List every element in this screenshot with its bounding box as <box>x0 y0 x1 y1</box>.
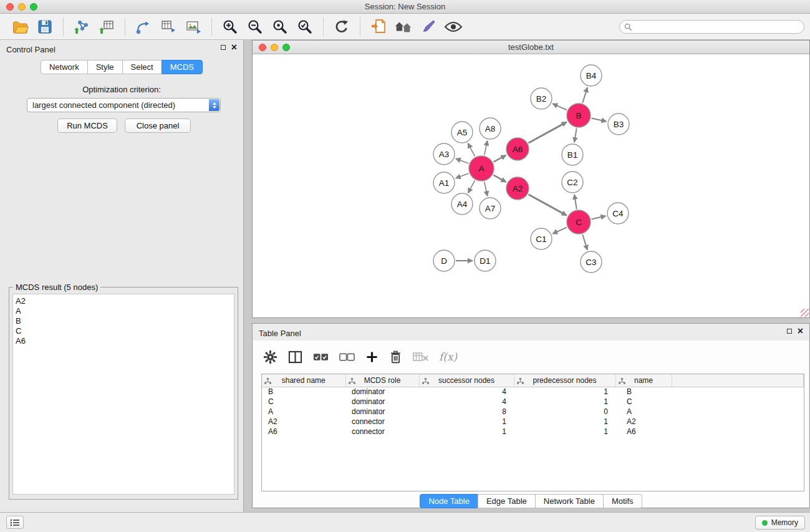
tab-motifs[interactable]: Motifs <box>603 494 642 508</box>
graph-node-C1[interactable]: C1 <box>531 228 552 249</box>
table-settings-button[interactable] <box>263 350 277 364</box>
table-row[interactable]: A2connector11A2 <box>262 417 804 427</box>
result-item[interactable]: C <box>16 326 234 336</box>
table-cell[interactable]: A <box>615 407 672 417</box>
graph-node-D[interactable]: D <box>433 250 455 271</box>
graph-edge-A-A1[interactable] <box>456 173 469 178</box>
table-cell[interactable]: A2 <box>262 417 345 427</box>
graph-edge-A-A2[interactable] <box>493 175 506 182</box>
select-all-button[interactable] <box>313 352 329 362</box>
home-button[interactable] <box>393 16 414 37</box>
graph-edge-A-A3[interactable] <box>456 158 469 163</box>
graph-node-A3[interactable]: A3 <box>433 143 455 165</box>
table-cell[interactable]: B <box>262 387 345 397</box>
search-field[interactable] <box>619 20 804 34</box>
graph-edge-A2-C[interactable] <box>529 195 567 216</box>
table-cell[interactable]: 4 <box>419 387 514 397</box>
graph-edge-B-B3[interactable] <box>592 118 607 122</box>
graph-node-A4[interactable]: A4 <box>451 193 473 215</box>
graph-node-C4[interactable]: C4 <box>607 203 629 224</box>
tab-network-table[interactable]: Network Table <box>535 494 604 508</box>
graph-node-A1[interactable]: A1 <box>433 172 455 193</box>
column-header-name[interactable]: name <box>615 374 672 387</box>
close-panel-icon[interactable]: × <box>231 44 237 51</box>
graph-edge-A-A4[interactable] <box>468 180 475 193</box>
table-cell[interactable]: C <box>262 397 345 407</box>
table-cell[interactable]: connector <box>345 417 419 427</box>
table-cell[interactable]: 1 <box>419 427 514 437</box>
table-cell[interactable]: 4 <box>419 397 514 407</box>
mcds-result-list[interactable]: A2ABCA6 <box>12 294 234 495</box>
tab-network[interactable]: Network <box>41 60 88 74</box>
graph-node-B1[interactable]: B1 <box>562 144 583 165</box>
export-table-button[interactable] <box>158 16 179 37</box>
table-cell[interactable]: connector <box>345 427 419 437</box>
table-cell[interactable]: 1 <box>514 427 615 437</box>
zoom-fit-button[interactable] <box>269 16 291 37</box>
tab-mcds[interactable]: MCDS <box>162 60 203 74</box>
table-cell[interactable]: dominator <box>345 407 419 417</box>
graph-edge-C-C2[interactable] <box>574 195 577 210</box>
result-item[interactable]: A2 <box>16 296 234 306</box>
command-panel-button[interactable] <box>6 516 24 529</box>
refresh-view-button[interactable] <box>331 16 352 37</box>
graph-node-A8[interactable]: A8 <box>480 118 501 139</box>
graph-edge-B-B4[interactable] <box>582 87 587 103</box>
deselect-all-button[interactable] <box>339 352 355 362</box>
close-table-panel-icon[interactable]: × <box>798 327 803 335</box>
zoom-selected-button[interactable] <box>294 16 316 37</box>
tab-edge-table[interactable]: Edge Table <box>478 494 536 508</box>
graph-node-A2[interactable]: A2 <box>506 177 529 200</box>
delete-column-button[interactable] <box>389 350 402 364</box>
graph-edge-A-A6[interactable] <box>493 155 506 162</box>
graph-node-A7[interactable]: A7 <box>480 198 501 219</box>
float-panel-icon[interactable] <box>221 45 226 50</box>
tab-style[interactable]: Style <box>87 60 123 74</box>
run-mcds-button[interactable]: Run MCDS <box>57 118 117 133</box>
zoom-out-button[interactable] <box>244 16 266 37</box>
table-row[interactable]: Cdominator41C <box>262 397 804 407</box>
function-builder-button[interactable]: f(x) <box>439 351 457 363</box>
zoom-in-button[interactable] <box>219 16 241 37</box>
memory-button[interactable]: Memory <box>755 516 805 530</box>
table-cell[interactable]: B <box>615 387 672 397</box>
save-session-button[interactable] <box>34 16 55 37</box>
graph-node-B[interactable]: B <box>567 104 591 127</box>
graph-edge-C-C3[interactable] <box>582 235 587 250</box>
graph-node-B2[interactable]: B2 <box>531 88 552 109</box>
table-cell[interactable]: 1 <box>419 417 514 427</box>
graph-node-D1[interactable]: D1 <box>475 250 496 271</box>
graph-edge-A6-B[interactable] <box>529 122 567 143</box>
table-cell[interactable]: 1 <box>514 417 615 427</box>
table-cell[interactable]: 8 <box>419 407 514 417</box>
graph-node-C3[interactable]: C3 <box>581 251 602 273</box>
graph-node-C2[interactable]: C2 <box>562 172 583 193</box>
network-canvas[interactable]: B4B2BB3A5A8A6A3B1AA1C2A2A4A7C4CC1C3DD1 <box>253 55 809 317</box>
table-cell[interactable]: 1 <box>514 387 615 397</box>
graph-node-A[interactable]: A <box>469 156 494 181</box>
graph-node-C[interactable]: C <box>567 210 591 234</box>
table-cell[interactable]: A2 <box>615 417 672 427</box>
graph-edge-A-A5[interactable] <box>468 143 475 157</box>
table-cell[interactable]: A <box>262 407 345 417</box>
graph-edge-B-B1[interactable] <box>574 128 577 143</box>
table-row[interactable]: A6connector11A6 <box>262 427 804 437</box>
column-header-predecessor-nodes[interactable]: predecessor nodes <box>514 374 615 387</box>
show-columns-button[interactable] <box>288 351 302 364</box>
graph-node-B3[interactable]: B3 <box>608 114 629 135</box>
add-column-button[interactable] <box>365 351 378 364</box>
column-header-successor-nodes[interactable]: successor nodes <box>419 374 514 387</box>
tab-node-table[interactable]: Node Table <box>420 494 478 508</box>
search-input[interactable] <box>635 22 804 31</box>
graph-node-A5[interactable]: A5 <box>451 122 473 143</box>
graph-edge-A-A8[interactable] <box>485 141 488 155</box>
graph-edge-C-C4[interactable] <box>592 216 606 219</box>
apply-style-button[interactable] <box>418 16 439 37</box>
table-cell[interactable]: C <box>615 397 672 407</box>
graph-node-B4[interactable]: B4 <box>581 65 602 86</box>
result-item[interactable]: A <box>16 306 234 316</box>
table-row[interactable]: Bdominator41B <box>262 387 804 397</box>
delete-table-button[interactable] <box>413 351 428 363</box>
open-session-button[interactable] <box>9 16 31 37</box>
resize-grip-icon[interactable] <box>801 309 809 317</box>
